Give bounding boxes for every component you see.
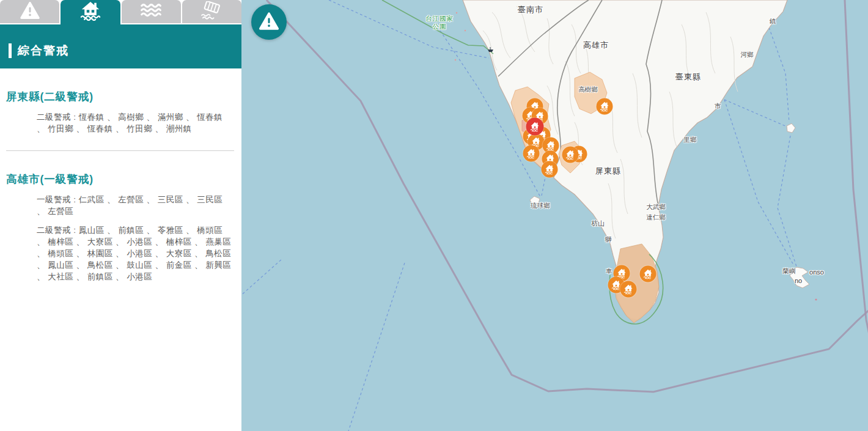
flood-warning-app: 臺南市高雄市屏東縣臺東縣高樹鄉琉球鄉枋山獅車鎮河鄉市里鄉大武鄉達仁鄉蘭嶼onso… [0, 0, 868, 431]
tab-bar [0, 0, 241, 24]
sidebar: 綜合警戒 屏東縣(二級警戒)二級警戒 : 恆春鎮 、 高樹鄉 、 滿州鄉 、 恆… [0, 0, 241, 431]
title-accent-bar [9, 43, 12, 58]
flood-warning-marker[interactable] [523, 146, 540, 162]
flood-warning-marker[interactable] [542, 161, 558, 178]
tab-levee[interactable] [182, 0, 241, 23]
poi-dot [455, 59, 456, 61]
tab-tide[interactable] [122, 0, 181, 23]
map-label: 臺南市 [518, 4, 543, 15]
section-heading: 屏東縣(二級警戒) [6, 89, 232, 104]
poi-dot [815, 298, 817, 300]
map-label: 大武鄉 [646, 203, 666, 212]
section-heading: 高雄市(一級警戒) [6, 172, 232, 186]
poi-dot [465, 30, 466, 31]
flood-warning-marker[interactable] [562, 147, 579, 163]
map-label: 里鄉 [684, 136, 697, 144]
warning-triangle-icon [20, 2, 40, 21]
map-label: 高樹鄉 [578, 86, 598, 94]
alert-line: 二級警戒 : 恆春鎮 、 高樹鄉 、 滿州鄉 、 恆春鎮 、 竹田鄉 、 恆春鎮… [37, 111, 232, 134]
sidebar-header: 綜合警戒 [0, 24, 241, 68]
map-label: 高雄市 [583, 40, 609, 51]
flood-warning-marker[interactable] [640, 266, 657, 282]
map-label: 鎮 [770, 17, 776, 26]
warning-fab-button[interactable] [251, 4, 287, 40]
map-label: 獅 [605, 235, 612, 244]
map-label: 台江國家 [425, 15, 454, 23]
map-label: 琉球鄉 [531, 202, 550, 210]
alert-line: 一級警戒 : 仁武區 、 左營區 、 三民區 、 三民區 、 左營區 [37, 194, 232, 217]
page-title-text: 綜合警戒 [18, 43, 69, 59]
tab-warning-overview[interactable] [0, 0, 59, 23]
poi-dot [456, 12, 457, 13]
waves-icon [140, 2, 162, 21]
alert-section: 屏東縣(二級警戒)二級警戒 : 恆春鎮 、 高樹鄉 、 滿州鄉 、 恆春鎮 、 … [0, 89, 241, 134]
map-label: 公園 [433, 23, 447, 31]
map-label: onso [809, 268, 824, 276]
sidebar-sections: 屏東縣(二級警戒)二級警戒 : 恆春鎮 、 高樹鄉 、 滿州鄉 、 恆春鎮 、 … [0, 89, 241, 282]
flood-warning-marker[interactable] [597, 98, 613, 115]
flood-warning-marker[interactable] [526, 118, 544, 136]
basemap-svg [241, 0, 868, 431]
map-label: 屏東縣 [595, 166, 621, 177]
map-label: 枋山 [592, 219, 605, 228]
alert-section: 高雄市(一級警戒)一級警戒 : 仁武區 、 左營區 、 三民區 、 三民區 、 … [0, 172, 241, 282]
flooded-house-icon [79, 1, 101, 23]
map-canvas[interactable]: 臺南市高雄市屏東縣臺東縣高樹鄉琉球鄉枋山獅車鎮河鄉市里鄉大武鄉達仁鄉蘭嶼onso… [241, 0, 868, 431]
territorial-boundary-east [845, 0, 868, 344]
flooded-levee-icon [200, 1, 223, 22]
map-label: 蘭嶼 [783, 267, 796, 276]
map-label: 河鄉 [741, 51, 754, 59]
flood-warning-marker[interactable] [620, 281, 637, 298]
map-label: 達仁鄉 [646, 213, 666, 222]
map-label: 車 [606, 267, 612, 276]
warning-triangle-icon [259, 12, 279, 32]
tab-flood-alert[interactable] [61, 0, 120, 24]
map-label: no [795, 277, 802, 284]
page-title: 綜合警戒 [9, 43, 69, 59]
section-divider [6, 150, 234, 151]
map-label: 市 [715, 102, 721, 111]
alert-line: 二級警戒 : 鳳山區 、 前鎮區 、 苓雅區 、 橋頭區 、 楠梓區 、 大寮區… [37, 224, 232, 282]
map-label: 臺東縣 [675, 72, 701, 83]
